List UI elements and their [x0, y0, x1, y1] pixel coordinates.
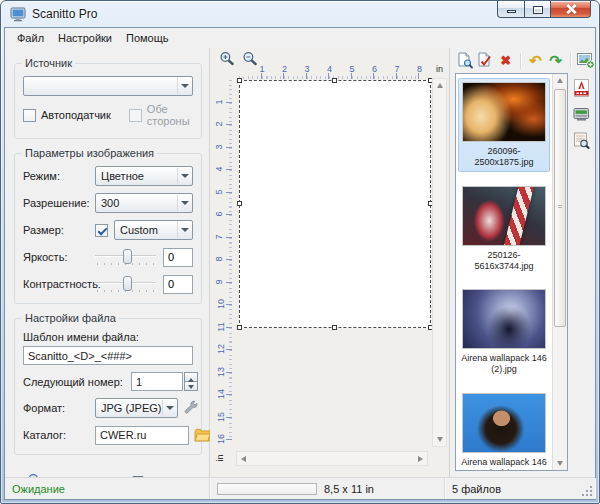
close-button[interactable] — [551, 1, 591, 18]
stepper-down-icon[interactable] — [184, 382, 198, 391]
toolbar-separator — [570, 53, 571, 69]
brightness-input[interactable] — [163, 248, 193, 267]
minimize-button[interactable] — [497, 1, 525, 18]
size-checkbox[interactable] — [95, 224, 108, 237]
ruler-tick: 3 — [218, 125, 232, 148]
scroll-down-icon[interactable] — [433, 433, 446, 446]
source-combobox[interactable] — [23, 76, 193, 96]
thumbnail-item[interactable]: Airena wallapack 146 (70).jpg — [458, 389, 550, 471]
edit-page-button[interactable] — [477, 51, 494, 70]
page-magnifier-icon — [573, 132, 590, 149]
chevron-down-icon[interactable] — [177, 168, 192, 184]
chevron-down-icon[interactable] — [162, 400, 177, 416]
thumbnail-image[interactable] — [462, 393, 546, 453]
titlebar[interactable]: Scanitto Pro — [1, 1, 599, 27]
selection-handle[interactable] — [332, 325, 337, 330]
recognize-text-button[interactable] — [572, 104, 592, 124]
selection-handle[interactable] — [237, 325, 242, 330]
image-params-title: Параметры изображения — [22, 147, 157, 159]
thumbnail-scrollbar[interactable] — [552, 74, 567, 470]
page-size-label: 8,5 x 11 in — [324, 483, 374, 495]
status-files: 5 файлов — [445, 478, 595, 499]
scroll-down-icon[interactable] — [553, 457, 566, 470]
source-group-title: Источник — [22, 57, 75, 69]
menu-item[interactable]: Файл — [10, 29, 51, 47]
contrast-slider-thumb[interactable] — [123, 276, 132, 291]
resolution-combobox[interactable]: 300 — [95, 193, 193, 213]
contrast-slider[interactable] — [95, 274, 156, 294]
brightness-label: Яркость: — [23, 251, 95, 263]
export-pdf-button[interactable] — [572, 78, 592, 98]
format-settings-button[interactable] — [183, 398, 199, 418]
scroll-up-icon[interactable] — [553, 74, 566, 87]
contrast-input[interactable] — [163, 275, 193, 294]
size-label: Размер: — [23, 224, 95, 236]
mode-label: Режим: — [23, 170, 95, 182]
horizontal-ruler-unit: in — [436, 64, 443, 74]
thumbnail-image[interactable] — [462, 82, 546, 142]
mode-combobox-value: Цветное — [101, 170, 177, 182]
brightness-slider[interactable] — [95, 247, 156, 267]
chevron-down-icon[interactable] — [177, 195, 192, 211]
thumbnail-image[interactable] — [462, 289, 546, 349]
zoom-out-button[interactable] — [242, 51, 258, 66]
undo-icon: ↶ — [529, 53, 542, 68]
ruler-tick: 11 — [218, 305, 232, 328]
selection-handle[interactable] — [237, 78, 242, 83]
folder-input[interactable] — [95, 426, 189, 445]
menu-item[interactable]: Настройки — [51, 29, 119, 47]
next-number-stepper[interactable] — [184, 372, 198, 391]
thumbnail-item[interactable]: 250126-5616x3744.jpg — [458, 182, 550, 276]
next-number-input[interactable] — [131, 372, 183, 391]
thumbnail-item[interactable]: 260096-2500x1875.jpg — [458, 78, 550, 172]
file-settings-group: Настройки файла Шаблон имени файла: След… — [14, 318, 202, 455]
folder-label: Каталог: — [23, 429, 95, 441]
vertical-scrollbar[interactable] — [432, 78, 447, 447]
format-combobox[interactable]: JPG (JPEG) — [95, 398, 178, 418]
selection-handle[interactable] — [237, 201, 242, 206]
view-page-button[interactable] — [572, 130, 592, 150]
preview-page-button[interactable] — [457, 51, 474, 70]
thumbnail-item[interactable]: Airena wallapack 146 (2).jpg — [458, 285, 550, 379]
maximize-button[interactable] — [525, 1, 551, 18]
brightness-slider-thumb[interactable] — [123, 249, 132, 264]
thumbnail-filename: 250126-5616x3744.jpg — [460, 250, 548, 273]
menubar: ФайлНастройкиПомощь — [5, 28, 595, 48]
browse-folder-button[interactable] — [194, 425, 211, 445]
vertical-ruler-unit: in — [215, 454, 225, 461]
size-combobox[interactable]: Custom — [114, 220, 193, 240]
zoom-in-button[interactable] — [219, 51, 235, 66]
ruler-tick: 7 — [374, 65, 397, 79]
scroll-left-icon[interactable] — [237, 452, 250, 465]
add-image-button[interactable] — [577, 51, 595, 70]
selection-handle[interactable] — [332, 78, 337, 83]
app-window: Scanitto Pro ФайлНастройкиПомощь Источни… — [0, 0, 600, 504]
thumbnail-image[interactable] — [462, 186, 546, 246]
status-state: Ожидание — [5, 478, 210, 499]
resize-grip[interactable] — [581, 485, 593, 497]
chevron-down-icon[interactable] — [177, 222, 192, 238]
ruler-tick: 2 — [262, 65, 285, 79]
autofeeder-label: Автоподатчик — [41, 109, 111, 121]
autofeeder-checkbox[interactable] — [23, 109, 36, 122]
delete-page-button[interactable]: ✖ — [497, 51, 514, 70]
stepper-up-icon[interactable] — [184, 372, 198, 382]
ruler-tick: 5 — [218, 170, 232, 193]
ruler-tick: 7 — [218, 215, 232, 238]
chevron-down-icon[interactable] — [177, 78, 192, 94]
scroll-right-icon[interactable] — [414, 452, 427, 465]
mode-combobox[interactable]: Цветное — [95, 166, 193, 186]
menu-item[interactable]: Помощь — [119, 29, 176, 47]
image-params-group: Параметры изображения Режим: Цветное Раз… — [14, 153, 202, 304]
horizontal-scrollbar[interactable] — [236, 451, 428, 466]
filename-template-input[interactable] — [23, 346, 193, 365]
thumbnail-filename: Airena wallapack 146 (70).jpg — [460, 457, 548, 471]
page-edit-icon — [477, 52, 494, 69]
files-count-label: 5 файлов — [452, 483, 501, 495]
pages-panel: ✖ ↶ ↷ — [449, 48, 595, 477]
undo-button[interactable]: ↶ — [527, 51, 544, 70]
scroll-up-icon[interactable] — [433, 79, 446, 92]
scrollbar-thumb[interactable] — [554, 89, 566, 327]
redo-button[interactable]: ↷ — [547, 51, 564, 70]
scan-page-selection[interactable] — [239, 80, 431, 328]
